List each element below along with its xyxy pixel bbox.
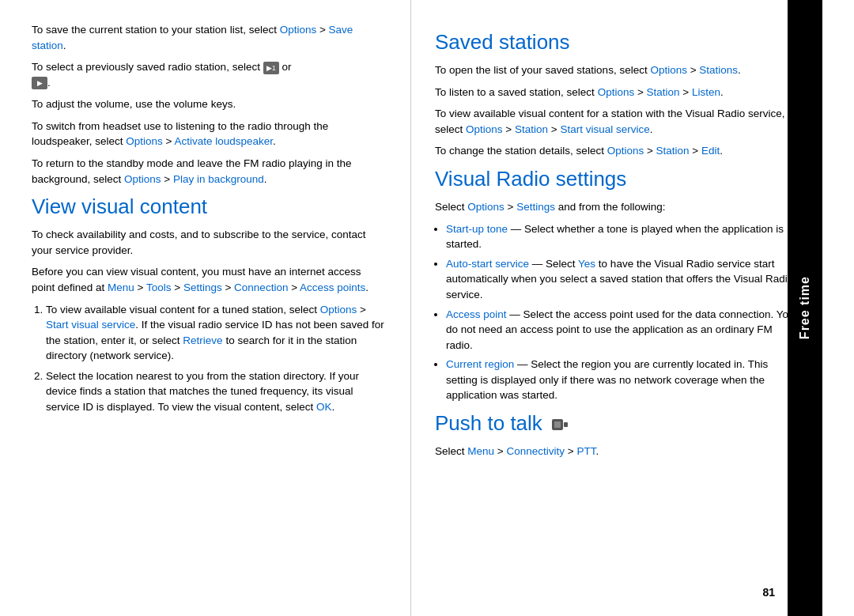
options-link-9[interactable]: Options (467, 201, 504, 213)
auto-start-service-link[interactable]: Auto-start service (446, 258, 529, 270)
listen-link[interactable]: Listen (692, 86, 720, 98)
ok-link[interactable]: OK (316, 401, 332, 413)
station-link-2[interactable]: Station (515, 123, 548, 135)
s1-paragraph-1: To check availability and costs, and to … (32, 227, 387, 258)
menu-link-2[interactable]: Menu (467, 445, 494, 457)
retrieve-link[interactable]: Retrieve (183, 334, 222, 346)
step-2: Select the location nearest to you from … (46, 368, 387, 415)
ptt-link[interactable]: PTT (576, 445, 595, 457)
visual-content-steps: To view available visual content for a t… (46, 302, 387, 415)
left-column: To save the current station to your stat… (0, 0, 411, 616)
station-link-3[interactable]: Station (656, 145, 690, 157)
options-link-2[interactable]: Options (126, 135, 163, 147)
auto-start-service-item: Auto-start service — Select Yes to have … (446, 256, 799, 303)
ptt-icon (551, 417, 569, 433)
yes-link[interactable]: Yes (578, 258, 595, 270)
options-link-1[interactable]: Options (280, 24, 317, 36)
access-point-item: Access point — Select the access point u… (446, 307, 799, 353)
station-icon-1: ▶1 (263, 62, 279, 74)
connection-link[interactable]: Connection (234, 282, 288, 293)
intro-paragraph-5: To return to the standby mode and leave … (32, 156, 387, 187)
current-region-item: Current region — Select the region you a… (446, 357, 799, 403)
options-link-5[interactable]: Options (650, 64, 687, 76)
intro-paragraph-2: To select a previously saved radio stati… (32, 59, 387, 90)
connectivity-link[interactable]: Connectivity (506, 445, 565, 457)
s2-paragraph-1: To open the list of your saved stations,… (435, 62, 799, 78)
start-visual-service-link-1[interactable]: Start visual service (46, 319, 135, 331)
intro-paragraph-4: To switch from headset use to listening … (32, 119, 387, 149)
current-region-link[interactable]: Current region (446, 358, 514, 370)
s2-paragraph-3: To view available visual content for a s… (435, 106, 799, 137)
access-points-link-1[interactable]: Access points (300, 282, 365, 293)
options-link-6[interactable]: Options (598, 86, 635, 98)
edit-link[interactable]: Edit (701, 145, 720, 157)
saved-stations-title: Saved stations (435, 30, 799, 55)
startup-tone-item: Start-up tone — Select whether a tone is… (446, 221, 799, 252)
options-link-8[interactable]: Options (607, 145, 644, 157)
s1-paragraph-2: Before you can view visual content, you … (32, 264, 387, 295)
push-to-talk-title: Push to talk (435, 411, 799, 436)
svg-rect-1 (554, 421, 561, 428)
play-in-background-link[interactable]: Play in background (173, 173, 264, 185)
s3-paragraph-1: Select Options > Settings and from the f… (435, 199, 799, 215)
step-1: To view available visual content for a t… (46, 302, 387, 364)
startup-tone-link[interactable]: Start-up tone (446, 223, 508, 235)
menu-link-1[interactable]: Menu (108, 282, 134, 293)
access-point-link[interactable]: Access point (446, 308, 507, 320)
options-link-7[interactable]: Options (466, 123, 503, 135)
stations-link[interactable]: Stations (699, 64, 738, 76)
svg-rect-2 (564, 422, 568, 427)
visual-radio-settings-title: Visual Radio settings (435, 167, 799, 191)
station-link-1[interactable]: Station (647, 86, 680, 98)
tools-link[interactable]: Tools (146, 282, 172, 293)
side-tab: Free time (788, 0, 822, 616)
page-number: 81 (762, 586, 775, 599)
settings-link-2[interactable]: Settings (516, 201, 555, 213)
s2-paragraph-4: To change the station details, select Op… (435, 143, 799, 159)
right-column: Saved stations To open the list of your … (411, 0, 822, 616)
view-visual-content-title: View visual content (32, 195, 387, 219)
station-icon-2: ▶ (32, 77, 47, 89)
settings-link-1[interactable]: Settings (183, 282, 222, 293)
activate-loudspeaker-link[interactable]: Activate loudspeaker (175, 135, 274, 147)
start-visual-service-link-2[interactable]: Start visual service (560, 123, 649, 135)
s2-paragraph-2: To listen to a saved station, select Opt… (435, 85, 799, 100)
settings-list: Start-up tone — Select whether a tone is… (446, 221, 799, 403)
s4-paragraph-1: Select Menu > Connectivity > PTT. (435, 444, 799, 459)
options-link-4[interactable]: Options (320, 304, 357, 316)
intro-paragraph-1: To save the current station to your stat… (32, 22, 387, 53)
options-link-3[interactable]: Options (124, 173, 161, 185)
intro-paragraph-3: To adjust the volume, use the volume key… (32, 96, 387, 112)
side-tab-label: Free time (798, 276, 812, 339)
